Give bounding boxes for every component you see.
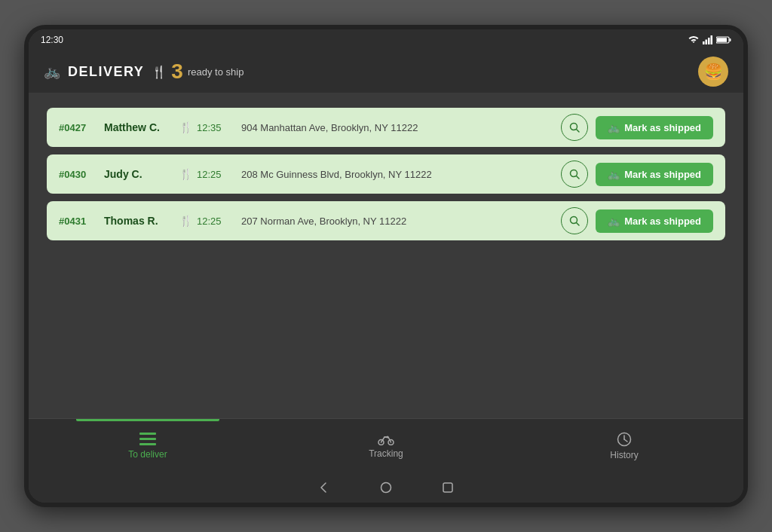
tablet-shell: 12:30 🚲 D xyxy=(24,25,748,507)
nav-label-tracking: Tracking xyxy=(369,448,403,459)
svg-point-22 xyxy=(381,483,391,493)
battery-icon xyxy=(716,35,731,44)
order-id: #0430 xyxy=(59,169,104,180)
mark-as-shipped-button[interactable]: 🚲 Mark as shipped xyxy=(596,163,713,186)
search-button[interactable] xyxy=(561,161,588,188)
android-nav xyxy=(29,472,743,503)
utensils-icon: 🍴 xyxy=(179,215,192,227)
order-row: #0430 Judy C. 🍴 12:25 208 Mc Guinness Bl… xyxy=(47,154,725,194)
search-button[interactable] xyxy=(561,207,588,234)
nav-label-to-deliver: To deliver xyxy=(128,449,167,460)
svg-rect-13 xyxy=(139,433,156,435)
ship-bike-icon: 🚲 xyxy=(608,216,620,227)
side-button[interactable] xyxy=(24,251,27,281)
header-title: DELIVERY xyxy=(68,64,144,80)
svg-rect-14 xyxy=(139,438,156,440)
status-bar: 12:30 xyxy=(29,29,743,50)
order-id: #0431 xyxy=(59,216,104,227)
list-icon xyxy=(139,433,156,446)
nav-item-to-deliver[interactable]: To deliver xyxy=(29,419,267,472)
clock-icon xyxy=(617,432,632,447)
order-time: 12:25 xyxy=(197,169,222,180)
main-content: #0427 Matthew C. 🍴 12:35 904 Manhattan A… xyxy=(29,93,743,418)
bike-icon: 🚲 xyxy=(44,63,60,80)
search-icon xyxy=(569,122,580,133)
search-button[interactable] xyxy=(561,114,588,141)
ship-bike-icon: 🚲 xyxy=(608,122,620,133)
nav-label-history: History xyxy=(610,450,638,460)
status-icons xyxy=(688,35,731,44)
order-id: #0427 xyxy=(59,122,104,133)
header-left: 🚲 DELIVERY 🍴 3 ready to ship xyxy=(44,60,244,84)
order-time-container: 🍴 12:25 xyxy=(179,215,232,227)
svg-rect-2 xyxy=(708,38,710,44)
order-address: 904 Manhattan Ave, Brooklyn, NY 11222 xyxy=(232,122,561,133)
back-button[interactable] xyxy=(316,479,332,496)
search-icon xyxy=(569,169,580,179)
order-name: Judy C. xyxy=(104,168,179,180)
svg-rect-1 xyxy=(706,40,708,45)
mark-as-shipped-button[interactable]: 🚲 Mark as shipped xyxy=(596,116,713,139)
home-icon xyxy=(380,482,392,494)
order-row: #0431 Thomas R. 🍴 12:25 207 Norman Ave, … xyxy=(47,201,725,240)
header: 🚲 DELIVERY 🍴 3 ready to ship 🍔 xyxy=(29,50,743,93)
ready-count: 3 xyxy=(171,60,183,84)
wifi-icon xyxy=(688,35,700,44)
home-button[interactable] xyxy=(378,479,394,496)
svg-rect-3 xyxy=(711,35,713,44)
mark-as-shipped-button[interactable]: 🚲 Mark as shipped xyxy=(596,209,713,233)
order-address: 208 Mc Guinness Blvd, Brooklyn, NY 11222 xyxy=(232,169,561,180)
ship-bike-icon: 🚲 xyxy=(608,169,620,180)
avatar[interactable]: 🍔 xyxy=(698,57,728,87)
header-subtitle: 🍴 3 ready to ship xyxy=(152,60,244,84)
nav-item-history[interactable]: History xyxy=(505,419,743,472)
bottom-nav: To deliver Tracking History xyxy=(29,418,743,472)
svg-line-8 xyxy=(577,130,580,133)
ready-label: ready to ship xyxy=(188,66,244,78)
svg-rect-15 xyxy=(139,443,156,445)
order-time-container: 🍴 12:25 xyxy=(179,168,232,180)
svg-rect-0 xyxy=(703,41,705,44)
order-name: Matthew C. xyxy=(104,121,179,133)
order-time-container: 🍴 12:35 xyxy=(179,121,232,133)
status-time: 12:30 xyxy=(41,35,63,45)
search-icon xyxy=(569,216,580,226)
order-address: 207 Norman Ave, Brooklyn, NY 11222 xyxy=(232,216,561,227)
nav-item-tracking[interactable]: Tracking xyxy=(267,419,505,472)
recent-icon xyxy=(443,482,453,493)
order-row: #0427 Matthew C. 🍴 12:35 904 Manhattan A… xyxy=(47,108,725,147)
svg-line-21 xyxy=(624,439,627,442)
ship-label: Mark as shipped xyxy=(624,216,701,227)
ship-label: Mark as shipped xyxy=(624,122,701,133)
utensils-icon: 🍴 xyxy=(179,121,192,133)
signal-icon xyxy=(703,35,713,44)
svg-line-12 xyxy=(577,223,580,226)
utensils-icon: 🍴 xyxy=(179,168,192,180)
recent-button[interactable] xyxy=(440,479,456,496)
bike-icon xyxy=(378,433,394,445)
svg-rect-23 xyxy=(443,483,452,492)
svg-rect-6 xyxy=(730,38,731,41)
ship-label: Mark as shipped xyxy=(624,169,701,180)
header-fork-icon: 🍴 xyxy=(152,65,167,79)
order-time: 12:35 xyxy=(197,122,222,133)
order-time: 12:25 xyxy=(197,216,222,227)
order-name: Thomas R. xyxy=(104,215,179,227)
back-icon xyxy=(318,482,330,494)
svg-line-10 xyxy=(577,176,580,179)
svg-point-18 xyxy=(387,436,389,438)
svg-rect-5 xyxy=(717,38,727,42)
